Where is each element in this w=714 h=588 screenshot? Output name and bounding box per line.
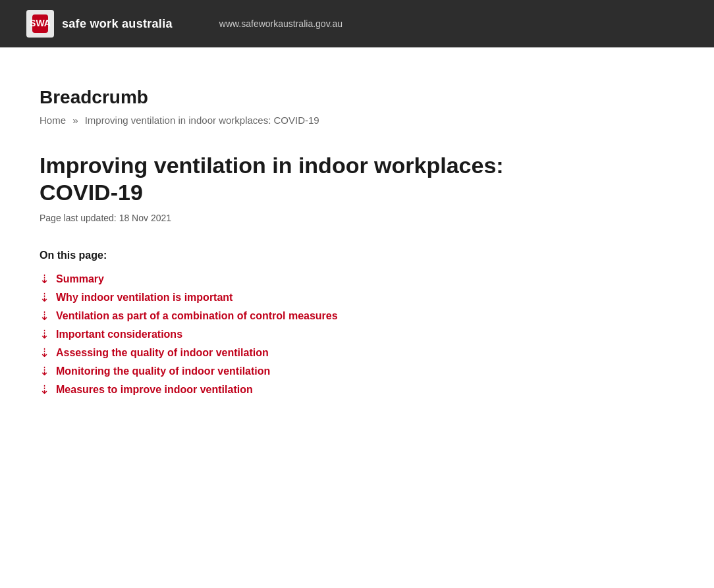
logo-container: SWA safe work australia: [26, 10, 173, 38]
logo-svg: SWA: [28, 12, 52, 36]
list-item: ⇣Why indoor ventilation is important: [40, 292, 553, 304]
svg-text:SWA: SWA: [30, 18, 51, 28]
breadcrumb-current: Improving ventilation in indoor workplac…: [85, 115, 319, 126]
arrow-icon: ⇣: [40, 347, 49, 359]
list-item: ⇣Important considerations: [40, 329, 553, 340]
nav-link-4[interactable]: Assessing the quality of indoor ventilat…: [56, 347, 269, 359]
arrow-icon: ⇣: [40, 329, 49, 340]
arrow-icon: ⇣: [40, 273, 49, 285]
list-item: ⇣Assessing the quality of indoor ventila…: [40, 347, 553, 359]
list-item: ⇣Monitoring the quality of indoor ventil…: [40, 365, 553, 377]
arrow-icon: ⇣: [40, 310, 49, 322]
nav-link-2[interactable]: Ventilation as part of a combination of …: [56, 310, 338, 322]
list-item: ⇣Measures to improve indoor ventilation: [40, 384, 553, 396]
header-url: www.safeworkaustralia.gov.au: [219, 18, 343, 29]
page-title: Improving ventilation in indoor workplac…: [40, 152, 553, 206]
arrow-icon: ⇣: [40, 292, 49, 304]
main-content: Breadcrumb Home » Improving ventilation …: [0, 47, 593, 422]
arrow-icon: ⇣: [40, 365, 49, 377]
page-last-updated: Page last updated: 18 Nov 2021: [40, 213, 553, 223]
header-divider: [186, 14, 186, 34]
nav-link-0[interactable]: Summary: [56, 273, 104, 285]
nav-link-3[interactable]: Important considerations: [56, 329, 182, 340]
breadcrumb-section-label: Breadcrumb: [40, 87, 553, 108]
nav-link-1[interactable]: Why indoor ventilation is important: [56, 292, 233, 304]
on-this-page-nav: ⇣Summary⇣Why indoor ventilation is impor…: [40, 273, 553, 396]
site-header: SWA safe work australia www.safeworkaust…: [0, 0, 714, 47]
org-name: safe work australia: [62, 17, 173, 31]
breadcrumb-home-link[interactable]: Home: [40, 115, 66, 126]
list-item: ⇣Ventilation as part of a combination of…: [40, 310, 553, 322]
nav-link-6[interactable]: Measures to improve indoor ventilation: [56, 384, 253, 396]
list-item: ⇣Summary: [40, 273, 553, 285]
on-this-page-label: On this page:: [40, 250, 553, 261]
arrow-icon: ⇣: [40, 384, 49, 396]
nav-link-5[interactable]: Monitoring the quality of indoor ventila…: [56, 365, 270, 377]
breadcrumb: Home » Improving ventilation in indoor w…: [40, 115, 553, 126]
logo-icon: SWA: [26, 10, 54, 38]
breadcrumb-separator: »: [72, 115, 78, 126]
